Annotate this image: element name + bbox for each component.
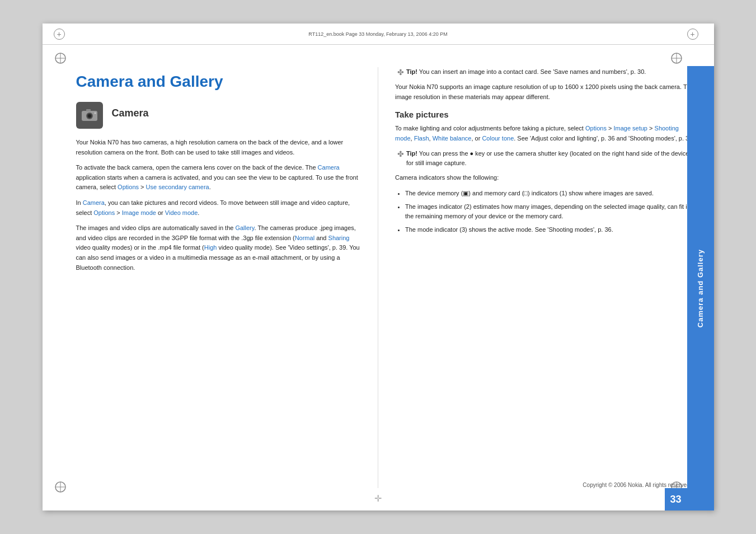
sidebar-tab: Camera and Gallery [687,66,714,510]
camera-para1: Your Nokia N70 has two cameras, a high r… [76,138,361,157]
bullet-item-2: The images indicator (2) estimates how m… [405,202,697,222]
right-para1: Your Nokia N70 supports an image capture… [395,82,697,102]
options-link-1[interactable]: Options [118,184,139,190]
page-number: 33 [670,494,681,505]
camera-link-1[interactable]: Camera [318,164,340,171]
take-pictures-heading: Take pictures [395,110,697,119]
top-left-reg-mark [54,29,65,40]
tip-icon-1: ✤ [397,68,404,77]
camera-section-header: Camera [76,102,361,129]
svg-point-15 [88,115,91,118]
image-mode-link[interactable]: Image mode [122,209,156,216]
tip-icon-2: ✤ [397,149,404,158]
camera-indicators-intro: Camera indicators show the following: [395,173,697,183]
top-right-reg-mark [687,29,698,40]
gallery-link[interactable]: Gallery [235,224,254,231]
take-pictures-para1: To make lighting and color adjustments b… [395,124,697,143]
bullet-item-3: The mode indicator (3) shows the active … [405,225,697,235]
camera-icon [81,106,98,124]
options-link-3[interactable]: Options [585,125,607,132]
camera-section-heading: Camera [112,102,149,119]
chapter-title: Camera and Gallery [76,73,361,91]
tip-box-1: ✤ Tip! You can insert an image into a co… [397,67,697,77]
top-bar: RT112_en.book Page 33 Monday, February 1… [43,24,714,45]
bullet-item-1: The device memory (▣) and memory card (□… [405,189,697,199]
sharing-link[interactable]: Sharing [328,235,350,241]
tip-text-1: Tip! You can insert an image into a cont… [406,67,646,77]
page-number-box: 33 [665,488,687,510]
svg-rect-16 [86,109,91,111]
options-link-2[interactable]: Options [93,209,115,216]
tip-text-2: Tip! You can press the ● key or use the … [406,149,697,167]
top-bar-text: RT112_en.book Page 33 Monday, February 1… [69,31,687,37]
tip-box-2: ✤ Tip! You can press the ● key or use th… [397,149,697,167]
colour-tone-link[interactable]: Colour tone [482,135,514,142]
use-secondary-camera-link[interactable]: Use secondary camera [146,184,209,190]
indicators-list: The device memory (▣) and memory card (□… [395,189,697,238]
svg-point-17 [94,113,96,114]
camera-para3: In Camera, you can take pictures and rec… [76,198,361,218]
sidebar-tab-text: Camera and Gallery [696,249,705,327]
page: RT112_en.book Page 33 Monday, February 1… [43,24,714,510]
video-mode-link[interactable]: Video mode [165,209,198,216]
camera-para2: To activate the back camera, open the ca… [76,163,361,193]
flash-link[interactable]: Flash [414,135,429,142]
left-column: Camera and Gallery Camera Your Nok [43,56,378,499]
normal-link[interactable]: Normal [295,235,314,241]
copyright: Copyright © 2006 Nokia. All rights reser… [395,482,697,488]
high-link[interactable]: High [204,244,217,251]
main-content: Camera and Gallery Camera Your Nok [43,45,714,510]
camera-icon-box [76,102,103,129]
camera-para4: The images and video clips are automatic… [76,223,361,273]
right-column: ✤ Tip! You can insert an image into a co… [378,56,713,499]
image-setup-link[interactable]: Image setup [613,125,647,132]
camera-link-2[interactable]: Camera [83,199,105,206]
white-balance-link[interactable]: White balance [433,135,472,142]
